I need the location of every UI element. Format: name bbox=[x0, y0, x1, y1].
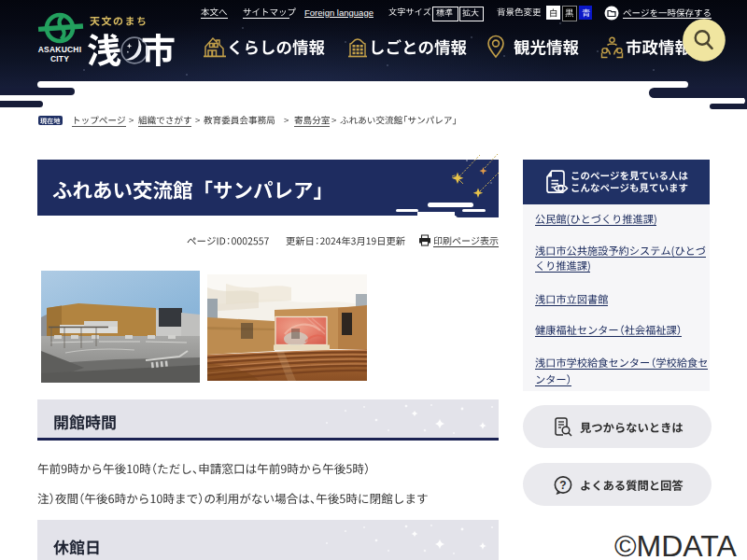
svg-text:?: ? bbox=[559, 479, 566, 492]
